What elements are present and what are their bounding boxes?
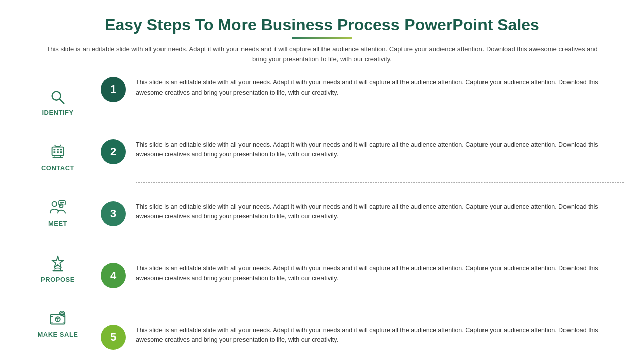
svg-rect-3 xyxy=(53,149,55,150)
sidebar-item-identify: IDENTIFY xyxy=(42,87,73,116)
divider-4 xyxy=(136,306,624,306)
step-3-text: This slide is an editable slide with all… xyxy=(136,200,624,222)
header: Easy Steps To More Business Process Powe… xyxy=(20,15,624,71)
step-2-row: 2 This slide is an editable slide with a… xyxy=(101,136,624,166)
sidebar-label-propose: PROPOSE xyxy=(41,276,75,283)
sidebar-label-meet: MEET xyxy=(48,220,67,227)
svg-rect-4 xyxy=(57,149,59,150)
sidebar-label-identify: IDENTIFY xyxy=(42,109,73,116)
step-1-circle: 1 xyxy=(101,77,126,102)
divider-2 xyxy=(136,182,624,183)
svg-rect-8 xyxy=(60,151,62,153)
step-3-row: 3 This slide is an editable slide with a… xyxy=(101,198,624,228)
step-2-text: This slide is an editable slide with all… xyxy=(136,138,624,160)
svg-rect-6 xyxy=(53,151,55,153)
step-5-row: 5 This slide is an editable slide with a… xyxy=(101,322,624,352)
contact-icon xyxy=(48,143,67,162)
step-4-text: This slide is an editable slide with all… xyxy=(136,262,624,284)
divider-1 xyxy=(136,120,624,120)
divider-3 xyxy=(136,244,624,244)
main-content: IDENTIFY xyxy=(20,74,624,352)
title-underline xyxy=(292,37,352,39)
svg-rect-7 xyxy=(57,151,59,153)
sidebar-label-make-sale: MAKE SALE xyxy=(37,331,78,338)
step-4-circle: 4 xyxy=(101,263,126,288)
page: Easy Steps To More Business Process Powe… xyxy=(0,0,644,362)
step-1-row: 1 This slide is an editable slide with a… xyxy=(101,74,624,104)
step-2-circle: 2 xyxy=(101,139,126,164)
sidebar-label-contact: CONTACT xyxy=(41,164,74,172)
svg-rect-5 xyxy=(60,149,62,150)
search-icon xyxy=(48,87,67,107)
subtitle: This slide is an editable slide with all… xyxy=(45,44,599,64)
step-5-text: This slide is an editable slide with all… xyxy=(136,324,624,345)
sidebar-item-meet: MEET xyxy=(48,199,67,227)
svg-point-12 xyxy=(52,202,57,207)
steps-container: 1 This slide is an editable slide with a… xyxy=(96,74,624,352)
step-3-circle: 3 xyxy=(101,201,126,226)
sidebar-item-make-sale: MAKE SALE xyxy=(37,310,78,338)
propose-icon xyxy=(48,254,67,274)
step-1-text: This slide is an editable slide with all… xyxy=(136,76,624,98)
meet-icon xyxy=(48,199,67,218)
sidebar-item-propose: PROPOSE xyxy=(41,254,75,283)
make-sale-icon xyxy=(48,310,67,329)
svg-marker-17 xyxy=(52,256,64,267)
step-4-row: 4 This slide is an editable slide with a… xyxy=(101,260,624,290)
sidebar-item-contact: CONTACT xyxy=(41,143,74,172)
page-title: Easy Steps To More Business Process Powe… xyxy=(20,15,624,34)
step-5-circle: 5 xyxy=(101,325,126,350)
sidebar: IDENTIFY xyxy=(20,74,96,352)
svg-line-1 xyxy=(59,99,64,103)
